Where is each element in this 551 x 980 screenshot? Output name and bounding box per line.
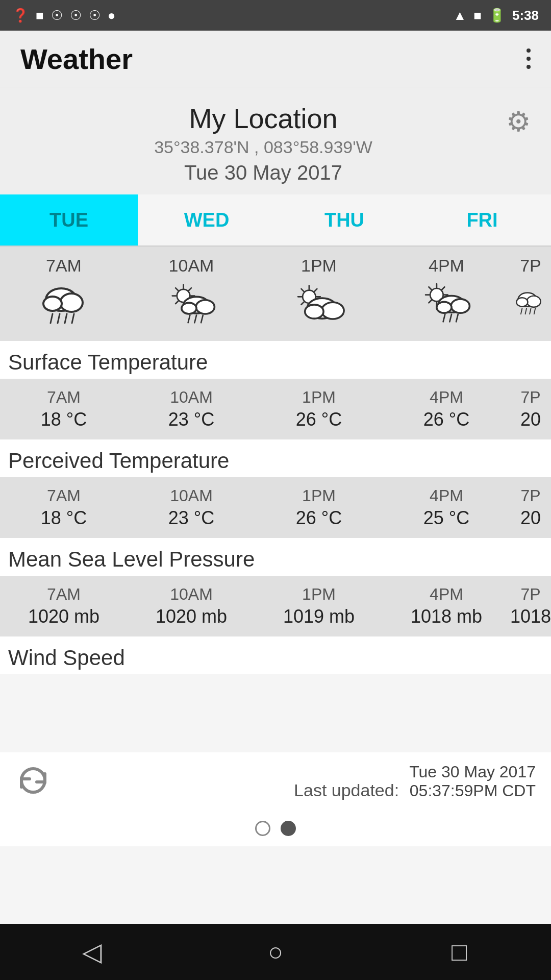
last-updated-time: 05:37:59PM CDT	[409, 781, 536, 800]
perceived-temp-4pm: 4PM 25 °C	[383, 484, 510, 531]
pressure-10am-time: 10AM	[170, 585, 213, 604]
svg-line-12	[176, 288, 178, 290]
page-indicator-2[interactable]	[281, 821, 296, 836]
surface-temp-1pm-value: 26 °C	[296, 409, 342, 430]
menu-dot-3	[527, 65, 531, 69]
svg-line-30	[301, 302, 304, 304]
footer: Last updated: Tue 30 May 2017 05:37:59PM…	[0, 752, 551, 811]
back-button[interactable]: ◁	[71, 932, 112, 972]
svg-line-4	[58, 314, 60, 323]
pressure-7p: 7P 1018	[510, 583, 551, 629]
svg-line-47	[449, 314, 452, 322]
svg-line-21	[201, 315, 203, 323]
page-indicator-1[interactable]	[255, 821, 270, 836]
svg-line-27	[301, 289, 304, 291]
perceived-temp-10am-value: 23 °C	[168, 507, 214, 529]
perceived-temp-7p-value: 20	[520, 507, 541, 529]
surface-temp-7p-value: 20	[520, 409, 541, 430]
hour-label-7am: 7AM	[46, 256, 82, 276]
weather-icon-10am	[158, 276, 224, 332]
wifi-icon: ▲	[454, 8, 467, 23]
svg-point-45	[437, 302, 452, 313]
status-bar: ❓ ■ ☉ ☉ ☉ ● ▲ ■ 🔋 5:38	[0, 0, 551, 31]
hourly-cell-7am: 7AM	[0, 252, 128, 336]
location-date: Tue 30 May 2017	[184, 161, 342, 184]
perceived-temp-1pm-time: 1PM	[302, 486, 336, 505]
hour-label-7p: 7P	[520, 256, 541, 276]
surface-temp-4pm-value: 26 °C	[423, 409, 469, 430]
svg-line-54	[530, 308, 531, 314]
svg-line-46	[443, 314, 445, 322]
last-updated-date: Tue 30 May 2017	[409, 763, 536, 781]
pressure-10am-value: 1020 mb	[156, 606, 227, 627]
weather-icon-7p	[510, 276, 551, 332]
weather-icon-7am	[31, 276, 97, 332]
tab-wed[interactable]: WED	[138, 194, 276, 246]
svg-line-20	[194, 315, 196, 323]
svg-line-41	[442, 287, 444, 289]
refresh-button[interactable]	[15, 763, 51, 800]
settings-icon[interactable]: ⚙	[506, 106, 531, 138]
pressure-1pm-value: 1019 mb	[283, 606, 355, 627]
surface-temp-10am-value: 23 °C	[168, 409, 214, 430]
tab-thu[interactable]: THU	[276, 194, 413, 246]
wind-speed-header: Wind Speed	[0, 636, 551, 674]
navigation-bar: ◁ ○ □	[0, 924, 551, 980]
surface-temp-row: 7AM 18 °C 10AM 23 °C 1PM 26 °C 4PM 26 °C…	[0, 379, 551, 439]
menu-dot-2	[527, 57, 531, 61]
home-button[interactable]: ○	[255, 932, 296, 972]
surface-temp-7am: 7AM 18 °C	[0, 386, 128, 432]
weather-icon-4pm	[413, 276, 480, 332]
menu-dot-1	[527, 48, 531, 53]
perceived-temp-7p: 7P 20	[510, 484, 551, 531]
hourly-cell-10am: 10AM	[128, 252, 255, 336]
svg-line-15	[176, 301, 178, 304]
pressure-7am-time: 7AM	[47, 585, 81, 604]
app-bar: Weather	[0, 31, 551, 87]
pressure-7p-time: 7P	[520, 585, 540, 604]
hour-label-10am: 10AM	[169, 256, 214, 276]
location-area: My Location 35°38.378'N , 083°58.939'W T…	[0, 87, 551, 194]
svg-point-33	[305, 305, 323, 318]
battery-icon: 🔋	[489, 8, 505, 23]
tab-tue[interactable]: TUE	[0, 194, 138, 246]
perceived-temp-4pm-time: 4PM	[430, 486, 463, 505]
hourly-cell-7p: 7P	[510, 252, 551, 336]
svg-point-18	[182, 303, 196, 314]
firefox-icon: ●	[108, 8, 116, 23]
svg-point-2	[43, 297, 62, 311]
perceived-temp-row: 7AM 18 °C 10AM 23 °C 1PM 26 °C 4PM 25 °C…	[0, 477, 551, 538]
svg-line-42	[429, 300, 431, 303]
surface-temp-1pm-time: 1PM	[302, 388, 336, 407]
perceived-temp-7am-value: 18 °C	[41, 507, 87, 529]
svg-line-19	[188, 315, 190, 323]
instagram-icon-3: ☉	[89, 8, 101, 23]
location-coords: 35°38.378'N , 083°58.939'W	[154, 137, 372, 157]
surface-temp-7p-time: 7P	[520, 388, 540, 407]
svg-point-1	[60, 293, 83, 312]
surface-temp-1pm: 1PM 26 °C	[255, 386, 383, 432]
app-title: Weather	[20, 42, 133, 76]
last-updated-info: Tue 30 May 2017 05:37:59PM CDT	[409, 763, 536, 800]
instagram-icon-1: ☉	[51, 8, 63, 23]
last-updated-label: Last updated:	[294, 780, 399, 800]
recent-apps-button[interactable]: □	[439, 932, 480, 972]
pressure-7am: 7AM 1020 mb	[0, 583, 128, 629]
pressure-7am-value: 1020 mb	[28, 606, 99, 627]
svg-line-39	[429, 287, 431, 289]
svg-point-32	[321, 302, 344, 319]
svg-line-14	[189, 288, 191, 290]
surface-temp-4pm-time: 4PM	[430, 388, 463, 407]
hourly-cell-1pm: 1PM	[255, 252, 383, 336]
svg-line-29	[314, 289, 317, 291]
pressure-4pm-value: 1018 mb	[411, 606, 482, 627]
instagram-icon-2: ☉	[70, 8, 82, 23]
day-tabs: TUE WED THU FRI	[0, 194, 551, 247]
svg-line-53	[525, 308, 527, 314]
tab-fri[interactable]: FRI	[413, 194, 551, 246]
svg-point-51	[516, 298, 528, 306]
pressure-7p-value: 1018	[510, 606, 551, 627]
pressure-1pm: 1PM 1019 mb	[255, 583, 383, 629]
overflow-menu-button[interactable]	[527, 48, 531, 69]
wifi-question-icon: ❓	[12, 8, 29, 23]
